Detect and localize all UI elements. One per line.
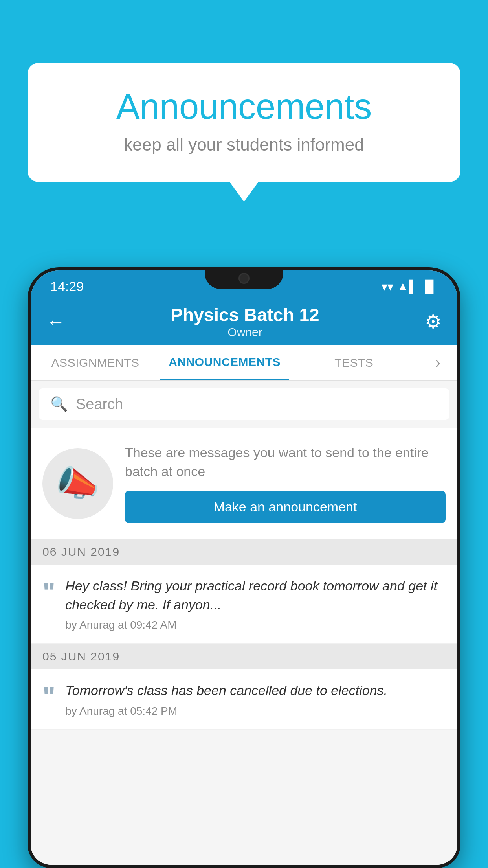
search-bar[interactable]: 🔍 Search [39,388,449,420]
tab-assignments[interactable]: ASSIGNMENTS [31,345,160,380]
content-area: 🔍 Search 📣 These are messages you want t… [31,381,457,865]
tab-tests[interactable]: TESTS [289,345,418,380]
quote-icon-1: " [42,579,55,606]
announcement-text-area-1: Hey class! Bring your practical record b… [65,577,446,631]
promo-text-area: These are messages you want to send to t… [125,443,446,523]
header-title: Physics Batch 12 [171,304,319,326]
promo-description: These are messages you want to send to t… [125,443,446,481]
status-icons: ▾▾ ▲▌ ▐▌ [382,280,438,293]
tab-more[interactable]: › [418,345,457,380]
search-placeholder: Search [76,396,123,413]
announcement-text-2: Tomorrow's class has been cancelled due … [65,681,446,700]
back-button[interactable]: ← [46,311,65,333]
megaphone-icon: 📣 [56,463,100,504]
settings-icon[interactable]: ⚙ [425,311,442,333]
make-announcement-button[interactable]: Make an announcement [125,491,446,523]
announcement-item-1[interactable]: " Hey class! Bring your practical record… [31,565,457,644]
announcement-meta-2: by Anurag at 05:42 PM [65,705,446,717]
date-divider-1: 06 JUN 2019 [31,539,457,565]
tab-announcements[interactable]: ANNOUNCEMENTS [160,345,289,380]
phone-inner: 14:29 ▾▾ ▲▌ ▐▌ ← Physics Batch 12 Owner … [31,270,457,865]
announcement-text-area-2: Tomorrow's class has been cancelled due … [65,681,446,717]
phone-mockup: 14:29 ▾▾ ▲▌ ▐▌ ← Physics Batch 12 Owner … [28,267,460,868]
promo-icon-circle: 📣 [42,448,113,519]
phone-notch [205,267,283,289]
speech-bubble: Announcements keep all your students inf… [28,63,460,182]
signal-icon: ▲▌ [397,280,417,293]
speech-bubble-section: Announcements keep all your students inf… [28,63,460,182]
wifi-icon: ▾▾ [382,280,393,293]
announcement-item-2[interactable]: " Tomorrow's class has been cancelled du… [31,669,457,730]
date-divider-2: 05 JUN 2019 [31,644,457,669]
header-center: Physics Batch 12 Owner [171,304,319,339]
announcement-promo: 📣 These are messages you want to send to… [31,428,457,539]
phone-camera [238,273,250,284]
tabs-container: ASSIGNMENTS ANNOUNCEMENTS TESTS › [31,345,457,381]
bubble-subtitle: keep all your students informed [59,135,429,154]
app-header: ← Physics Batch 12 Owner ⚙ [31,298,457,345]
status-time: 14:29 [50,279,84,294]
announcement-text-1: Hey class! Bring your practical record b… [65,577,446,614]
quote-icon-2: " [42,683,55,711]
search-icon: 🔍 [50,396,68,412]
bubble-title: Announcements [59,86,429,127]
announcement-meta-1: by Anurag at 09:42 AM [65,619,446,631]
battery-icon: ▐▌ [421,280,438,293]
header-subtitle: Owner [171,326,319,339]
